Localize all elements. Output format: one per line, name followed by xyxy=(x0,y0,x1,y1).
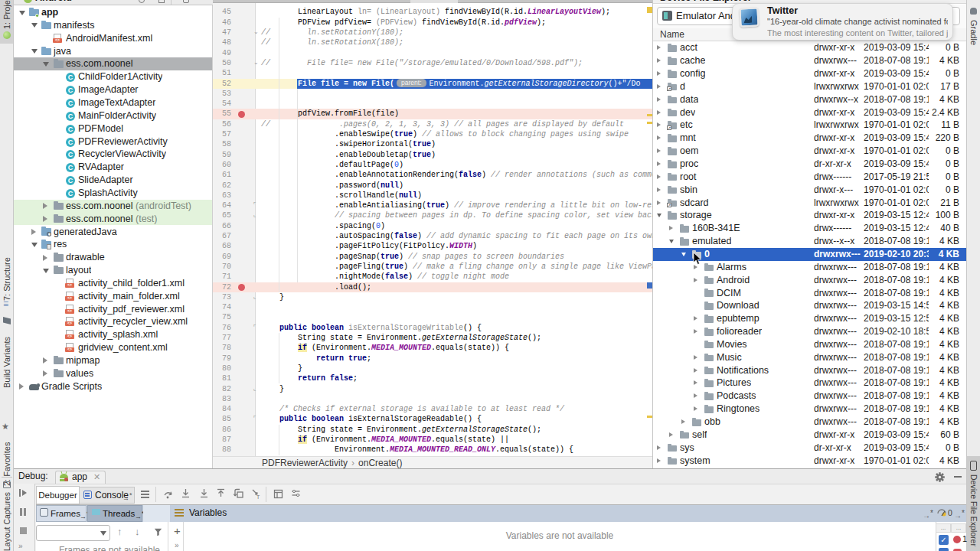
svg-text:T: T xyxy=(256,494,260,500)
